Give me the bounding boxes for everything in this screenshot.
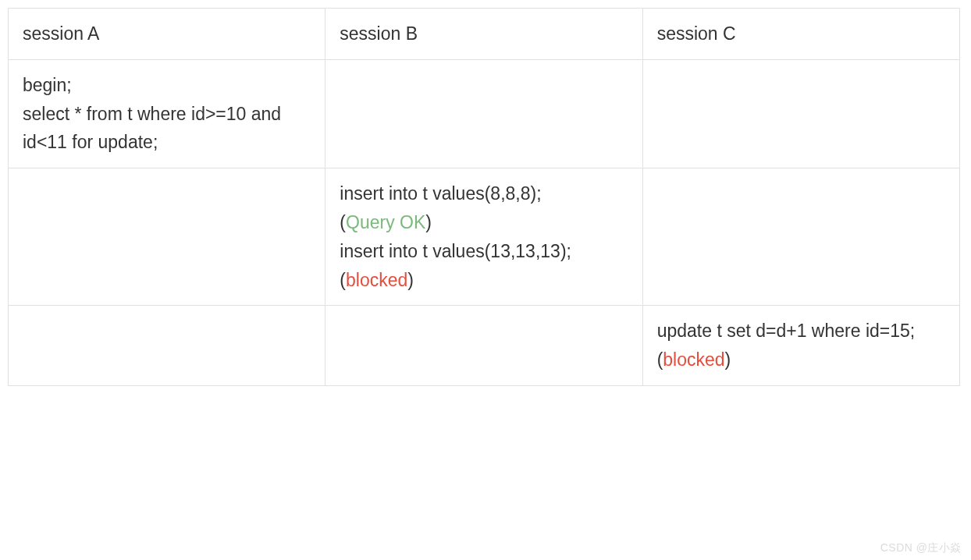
cell-r3-b [325, 306, 642, 386]
status-blocked: blocked [346, 270, 407, 290]
table-row: insert into t values(8,8,8); (Query OK) … [9, 168, 960, 306]
paren-close: ) [425, 212, 432, 232]
status-line: (Query OK) [340, 208, 628, 237]
cell-r1-a: begin; select * from t where id>=10 and … [9, 59, 325, 168]
status-blocked: blocked [663, 349, 724, 370]
sql-line: select * from t where id>=10 and id<11 f… [23, 100, 311, 158]
header-session-b: session B [325, 9, 642, 60]
sql-line: update t set d=d+1 where id=15; [657, 317, 945, 346]
status-ok: Query OK [346, 212, 425, 232]
cell-r2-b: insert into t values(8,8,8); (Query OK) … [325, 168, 642, 306]
table-header-row: session A session B session C [9, 9, 960, 60]
cell-r3-a [9, 306, 325, 386]
cell-r1-b [325, 59, 642, 168]
cell-r3-c: update t set d=d+1 where id=15; (blocked… [642, 306, 959, 386]
cell-r2-a [9, 168, 325, 306]
session-table: session A session B session C begin; sel… [8, 8, 960, 386]
cell-r1-c [642, 59, 959, 168]
sql-line: insert into t values(13,13,13); [340, 237, 628, 266]
watermark: CSDN @庄小焱 [880, 541, 962, 555]
status-line: (blocked) [657, 346, 945, 374]
table-row: update t set d=d+1 where id=15; (blocked… [9, 306, 960, 386]
table-row: begin; select * from t where id>=10 and … [9, 59, 960, 168]
sql-line: begin; [23, 71, 311, 100]
paren-open: ( [340, 270, 346, 290]
cell-r2-c [642, 168, 959, 306]
sql-line: insert into t values(8,8,8); [340, 179, 628, 208]
paren-open: ( [340, 212, 346, 232]
header-session-c: session C [642, 9, 959, 60]
paren-close: ) [407, 270, 414, 290]
status-line: (blocked) [340, 266, 628, 295]
paren-close: ) [725, 349, 731, 370]
header-session-a: session A [9, 9, 325, 60]
